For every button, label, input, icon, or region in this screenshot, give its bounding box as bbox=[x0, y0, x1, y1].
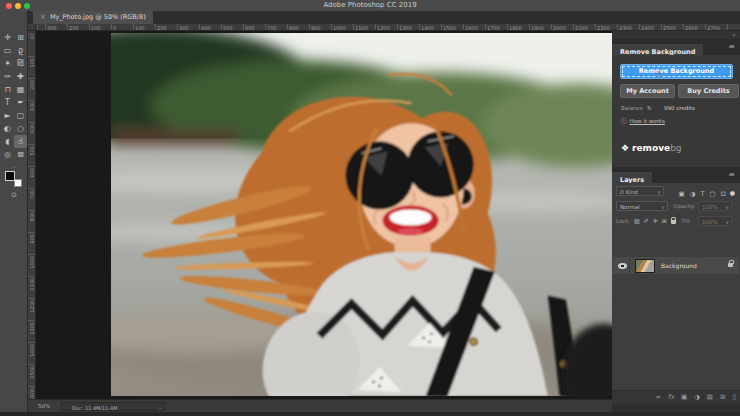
quick-selection-tool[interactable]: ✶ bbox=[1, 57, 14, 70]
fill-select[interactable]: 100% ∨ bbox=[698, 216, 732, 226]
marquee-tool[interactable]: ▭ bbox=[1, 44, 14, 57]
lock-artboard-icon[interactable]: ⊞ bbox=[662, 217, 667, 224]
filter-pixel-layers-icon[interactable]: ▣ bbox=[679, 189, 685, 199]
blend-mode-row: Normal ∨ Opacity: 100% ∨ bbox=[612, 201, 740, 213]
title-bar[interactable]: Adobe Photoshop CC 2019 bbox=[0, 0, 740, 11]
filter-kind-select[interactable]: Ϙ Kind ∨ bbox=[616, 186, 664, 196]
ruler-h-label: 300 bbox=[179, 25, 189, 31]
lock-transparency-icon[interactable]: ▨ bbox=[634, 217, 640, 224]
foreground-color-swatch[interactable] bbox=[5, 171, 15, 181]
type-tool[interactable]: T bbox=[1, 96, 14, 109]
filter-toggle-icon[interactable]: ● bbox=[730, 189, 735, 196]
ruler-v-label: 0 bbox=[29, 36, 35, 39]
ruler-h-label: 1700 bbox=[487, 25, 500, 31]
pen-tool[interactable]: ✒ bbox=[14, 96, 27, 109]
lock-position-icon[interactable]: ✛ bbox=[653, 217, 658, 224]
lock-all-icon[interactable] bbox=[671, 220, 676, 224]
visibility-cell[interactable] bbox=[613, 257, 630, 274]
remove-background-panel-header: Remove Background ≡ bbox=[612, 39, 740, 55]
clone-stamp-tool[interactable]: ⊓ bbox=[1, 83, 14, 96]
ruler-h-label: 2700 bbox=[707, 25, 720, 31]
background-color-swatch[interactable] bbox=[14, 179, 22, 187]
dodge-tool[interactable]: ◐ bbox=[1, 122, 14, 135]
ruler-v-label: 400 bbox=[29, 124, 35, 134]
shape-tool[interactable]: ▢ bbox=[14, 109, 27, 122]
ruler-h-label: 900 bbox=[311, 25, 321, 31]
remove-background-button[interactable]: Remove Background bbox=[620, 64, 733, 79]
path-selection-tool[interactable]: ► bbox=[1, 109, 14, 122]
ruler-v-label: 1500 bbox=[29, 366, 35, 379]
lock-pixels-icon[interactable]: ✐ bbox=[644, 217, 649, 224]
filter-shape-layers-icon[interactable]: ▢ bbox=[709, 189, 715, 199]
screen-mode-tool[interactable]: ⊠ bbox=[14, 148, 27, 161]
document-tab-label: My_Photo.jpg @ 50% (RGB/8) bbox=[50, 13, 146, 21]
new-layer-icon[interactable]: ⊞ bbox=[720, 393, 725, 401]
photo-document[interactable] bbox=[111, 33, 612, 396]
buy-credits-button[interactable]: Buy Credits bbox=[678, 84, 739, 98]
ruler-h-label: 2000 bbox=[553, 25, 566, 31]
filter-adjustment-layers-icon[interactable]: ◑ bbox=[690, 189, 696, 199]
ruler-h-label: 1800 bbox=[509, 25, 522, 31]
ruler-v-label: 600 bbox=[29, 168, 35, 178]
ruler-vertical[interactable]: 0100200300400500600700800900100011001200… bbox=[28, 31, 36, 399]
layers-panel: Ϙ Kind ∨ ▣◑T▢⊡ ● Normal ∨ Opacity: 100% … bbox=[612, 183, 740, 412]
lock-label: Lock: bbox=[616, 218, 630, 224]
lasso-tool[interactable]: ϱ bbox=[14, 44, 27, 57]
layers-menu-icon[interactable]: ≡ bbox=[728, 167, 735, 183]
my-account-button[interactable]: My Account bbox=[620, 84, 675, 98]
ruler-h-label: 0 bbox=[113, 25, 116, 31]
frame-tool[interactable]: ⊞ bbox=[14, 31, 27, 44]
smudge-tool[interactable]: ◖ bbox=[1, 135, 14, 148]
filter-type-layers-icon[interactable]: T bbox=[700, 189, 704, 199]
hand-tool[interactable]: ☝ bbox=[14, 135, 27, 148]
document-tab[interactable]: ×My_Photo.jpg @ 50% (RGB/8) bbox=[33, 11, 153, 24]
toolbar-grip-icon[interactable]: ∷ bbox=[3, 12, 6, 18]
ruler-horizontal[interactable]: 3002001000100200300400500600700800900100… bbox=[28, 24, 740, 31]
window-bottom-edge bbox=[0, 412, 740, 416]
delete-layer-icon[interactable]: ▯ bbox=[732, 393, 736, 401]
blend-mode-select[interactable]: Normal ∨ bbox=[616, 201, 668, 211]
layer-row-background[interactable]: Background bbox=[613, 257, 739, 274]
ruler-h-label: 700 bbox=[267, 25, 277, 31]
ruler-h-label: 1900 bbox=[531, 25, 544, 31]
layer-group-icon[interactable]: ▤ bbox=[707, 393, 713, 401]
eyedropper-tool[interactable]: ✑ bbox=[1, 70, 14, 83]
ruler-h-label: 1400 bbox=[421, 25, 434, 31]
quick-mask-icon[interactable]: ⊙ bbox=[0, 191, 28, 199]
balance-label: Balance↻ bbox=[621, 105, 652, 111]
ruler-v-label: 900 bbox=[29, 234, 35, 244]
filter-type-icons: ▣◑T▢⊡ bbox=[679, 189, 726, 199]
layer-thumbnail[interactable] bbox=[635, 259, 655, 273]
gradient-tool[interactable]: ▦ bbox=[14, 83, 27, 96]
move-tool[interactable]: ✛ bbox=[1, 31, 14, 44]
layer-filter-row: Ϙ Kind ∨ ▣◑T▢⊡ ● bbox=[612, 186, 740, 198]
removebg-logo: ❖removebg bbox=[621, 143, 682, 153]
layers-footer: ∞fx▣◑▤⊞▯ bbox=[612, 390, 740, 404]
ellipse-tool[interactable]: ○ bbox=[14, 122, 27, 135]
edit-toolbar-icon[interactable]: ⋯ bbox=[0, 163, 28, 170]
ruler-h-label: 1600 bbox=[465, 25, 478, 31]
layer-lock-icon bbox=[728, 263, 733, 267]
adjustment-layer-icon[interactable]: ◑ bbox=[694, 393, 700, 401]
status-menu-arrow-icon[interactable]: › bbox=[159, 404, 161, 412]
filter-smart-objects-icon[interactable]: ⊡ bbox=[721, 189, 726, 199]
eye-icon[interactable] bbox=[618, 263, 627, 269]
refresh-balance-icon[interactable]: ↻ bbox=[647, 105, 652, 111]
crop-tool[interactable]: ₪ bbox=[14, 57, 27, 70]
zoom-tool[interactable]: ◎ bbox=[1, 148, 14, 161]
document-size-field[interactable]: Doc: 11.4M/11.4M › bbox=[61, 402, 165, 411]
panel-menu-icon[interactable]: ≡ bbox=[728, 39, 735, 55]
link-layers-icon[interactable]: ∞ bbox=[655, 393, 660, 401]
collapse-panels-icon[interactable]: » bbox=[732, 31, 736, 38]
layer-effects-icon[interactable]: fx bbox=[668, 393, 674, 401]
how-it-works-link[interactable]: How it works bbox=[630, 118, 665, 124]
layer-mask-icon[interactable]: ▣ bbox=[681, 393, 687, 401]
opacity-select[interactable]: 100% ∨ bbox=[698, 201, 732, 211]
close-tab-icon[interactable]: × bbox=[40, 13, 46, 21]
healing-brush-tool[interactable]: ✚ bbox=[14, 70, 27, 83]
canvas-area[interactable] bbox=[36, 31, 612, 399]
ruler-corner bbox=[28, 24, 36, 31]
ruler-h-label: 2200 bbox=[597, 25, 610, 31]
color-swatches[interactable] bbox=[5, 171, 22, 187]
hand-cursor-icon: ☝ bbox=[656, 68, 661, 78]
